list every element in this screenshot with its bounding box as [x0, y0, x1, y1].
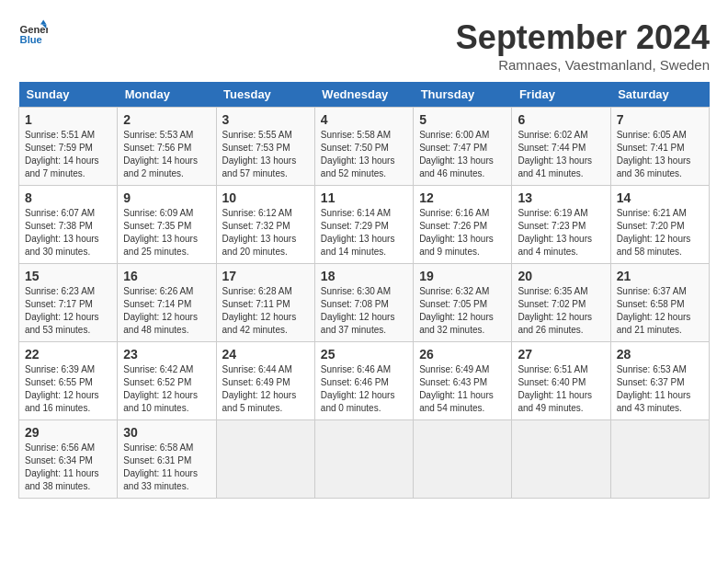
day-number: 16 — [123, 269, 210, 283]
day-number: 5 — [419, 112, 506, 127]
day-number: 27 — [518, 347, 604, 362]
day-info: Sunrise: 6:16 AMSunset: 7:26 PMDaylight:… — [419, 207, 506, 259]
day-number: 14 — [617, 190, 703, 205]
day-cell: 14Sunrise: 6:21 AMSunset: 7:20 PMDayligh… — [610, 186, 709, 264]
day-number: 12 — [419, 190, 506, 205]
day-cell: 30Sunrise: 6:58 AMSunset: 6:31 PMDayligh… — [118, 420, 216, 499]
day-cell: 4Sunrise: 5:58 AMSunset: 7:50 PMDaylight… — [314, 108, 413, 186]
day-cell: 11Sunrise: 6:14 AMSunset: 7:29 PMDayligh… — [314, 186, 413, 264]
day-cell: 2Sunrise: 5:53 AMSunset: 7:56 PMDaylight… — [118, 108, 216, 186]
month-title: September 2024 — [456, 18, 710, 57]
day-number: 23 — [123, 347, 210, 362]
location-subtitle: Ramnaes, Vaestmanland, Sweden — [456, 57, 710, 73]
day-info: Sunrise: 6:39 AMSunset: 6:55 PMDaylight:… — [25, 363, 111, 415]
day-cell: 7Sunrise: 6:05 AMSunset: 7:41 PMDaylight… — [610, 108, 709, 186]
day-info: Sunrise: 6:42 AMSunset: 6:52 PMDaylight:… — [123, 363, 210, 415]
day-cell: 17Sunrise: 6:28 AMSunset: 7:11 PMDayligh… — [216, 264, 314, 342]
day-number: 17 — [222, 269, 309, 283]
day-info: Sunrise: 6:30 AMSunset: 7:08 PMDaylight:… — [321, 285, 407, 337]
day-number: 20 — [518, 269, 604, 283]
header-tuesday: Tuesday — [216, 82, 314, 108]
day-info: Sunrise: 6:07 AMSunset: 7:38 PMDaylight:… — [25, 207, 111, 259]
day-cell — [512, 420, 610, 499]
day-cell: 19Sunrise: 6:32 AMSunset: 7:05 PMDayligh… — [414, 264, 512, 342]
header-friday: Friday — [512, 82, 610, 108]
day-info: Sunrise: 6:26 AMSunset: 7:14 PMDaylight:… — [123, 285, 210, 337]
day-cell: 6Sunrise: 6:02 AMSunset: 7:44 PMDaylight… — [512, 108, 610, 186]
day-number: 24 — [222, 347, 309, 362]
header-row: SundayMondayTuesdayWednesdayThursdayFrid… — [19, 82, 710, 108]
day-cell: 23Sunrise: 6:42 AMSunset: 6:52 PMDayligh… — [118, 342, 216, 420]
day-number: 2 — [123, 112, 210, 127]
day-info: Sunrise: 6:37 AMSunset: 6:58 PMDaylight:… — [617, 285, 703, 337]
day-info: Sunrise: 6:49 AMSunset: 6:43 PMDaylight:… — [419, 363, 506, 415]
day-number: 18 — [321, 269, 407, 283]
header-sunday: Sunday — [19, 82, 118, 108]
day-cell: 26Sunrise: 6:49 AMSunset: 6:43 PMDayligh… — [414, 342, 512, 420]
day-info: Sunrise: 6:09 AMSunset: 7:35 PMDaylight:… — [123, 207, 210, 259]
day-cell: 13Sunrise: 6:19 AMSunset: 7:23 PMDayligh… — [512, 186, 610, 264]
day-number: 7 — [617, 112, 703, 127]
day-cell: 21Sunrise: 6:37 AMSunset: 6:58 PMDayligh… — [610, 264, 709, 342]
day-cell: 28Sunrise: 6:53 AMSunset: 6:37 PMDayligh… — [610, 342, 709, 420]
day-number: 11 — [321, 190, 407, 205]
day-info: Sunrise: 5:58 AMSunset: 7:50 PMDaylight:… — [321, 129, 407, 180]
day-cell: 27Sunrise: 6:51 AMSunset: 6:40 PMDayligh… — [512, 342, 610, 420]
week-row-2: 8Sunrise: 6:07 AMSunset: 7:38 PMDaylight… — [19, 186, 710, 264]
day-cell: 22Sunrise: 6:39 AMSunset: 6:55 PMDayligh… — [19, 342, 118, 420]
header-monday: Monday — [118, 82, 216, 108]
day-cell: 12Sunrise: 6:16 AMSunset: 7:26 PMDayligh… — [414, 186, 512, 264]
day-info: Sunrise: 6:28 AMSunset: 7:11 PMDaylight:… — [222, 285, 309, 337]
week-row-3: 15Sunrise: 6:23 AMSunset: 7:17 PMDayligh… — [19, 264, 710, 342]
day-number: 21 — [617, 269, 703, 283]
svg-text:Blue: Blue — [20, 34, 42, 45]
day-cell: 9Sunrise: 6:09 AMSunset: 7:35 PMDaylight… — [118, 186, 216, 264]
page-header: General Blue September 2024 Ramnaes, Vae… — [18, 18, 710, 73]
day-cell: 16Sunrise: 6:26 AMSunset: 7:14 PMDayligh… — [118, 264, 216, 342]
day-cell — [216, 420, 314, 499]
day-number: 10 — [222, 190, 309, 205]
day-info: Sunrise: 6:46 AMSunset: 6:46 PMDaylight:… — [321, 363, 407, 415]
day-cell: 8Sunrise: 6:07 AMSunset: 7:38 PMDaylight… — [19, 186, 118, 264]
day-number: 13 — [518, 190, 604, 205]
day-cell: 20Sunrise: 6:35 AMSunset: 7:02 PMDayligh… — [512, 264, 610, 342]
day-cell: 15Sunrise: 6:23 AMSunset: 7:17 PMDayligh… — [19, 264, 118, 342]
day-cell — [414, 420, 512, 499]
day-info: Sunrise: 6:44 AMSunset: 6:49 PMDaylight:… — [222, 363, 309, 415]
day-info: Sunrise: 6:32 AMSunset: 7:05 PMDaylight:… — [419, 285, 506, 337]
day-number: 8 — [25, 190, 111, 205]
calendar-body: 1Sunrise: 5:51 AMSunset: 7:59 PMDaylight… — [19, 108, 710, 499]
day-info: Sunrise: 5:55 AMSunset: 7:53 PMDaylight:… — [222, 129, 309, 180]
day-cell — [314, 420, 413, 499]
header-saturday: Saturday — [610, 82, 709, 108]
day-number: 3 — [222, 112, 309, 127]
day-info: Sunrise: 5:53 AMSunset: 7:56 PMDaylight:… — [123, 129, 210, 180]
day-info: Sunrise: 6:23 AMSunset: 7:17 PMDaylight:… — [25, 285, 111, 337]
day-info: Sunrise: 6:21 AMSunset: 7:20 PMDaylight:… — [617, 207, 703, 259]
day-info: Sunrise: 6:05 AMSunset: 7:41 PMDaylight:… — [617, 129, 703, 180]
day-info: Sunrise: 6:35 AMSunset: 7:02 PMDaylight:… — [518, 285, 604, 337]
calendar-table: SundayMondayTuesdayWednesdayThursdayFrid… — [18, 82, 710, 499]
day-cell: 29Sunrise: 6:56 AMSunset: 6:34 PMDayligh… — [19, 420, 118, 499]
day-info: Sunrise: 6:12 AMSunset: 7:32 PMDaylight:… — [222, 207, 309, 259]
calendar-header: SundayMondayTuesdayWednesdayThursdayFrid… — [19, 82, 710, 108]
header-wednesday: Wednesday — [314, 82, 413, 108]
week-row-4: 22Sunrise: 6:39 AMSunset: 6:55 PMDayligh… — [19, 342, 710, 420]
day-cell: 25Sunrise: 6:46 AMSunset: 6:46 PMDayligh… — [314, 342, 413, 420]
day-cell: 3Sunrise: 5:55 AMSunset: 7:53 PMDaylight… — [216, 108, 314, 186]
day-number: 6 — [518, 112, 604, 127]
day-number: 4 — [321, 112, 407, 127]
week-row-5: 29Sunrise: 6:56 AMSunset: 6:34 PMDayligh… — [19, 420, 710, 499]
day-number: 9 — [123, 190, 210, 205]
day-number: 19 — [419, 269, 506, 283]
day-cell: 24Sunrise: 6:44 AMSunset: 6:49 PMDayligh… — [216, 342, 314, 420]
day-number: 28 — [617, 347, 703, 362]
logo-icon: General Blue — [18, 18, 48, 48]
day-number: 29 — [25, 425, 111, 440]
day-info: Sunrise: 6:53 AMSunset: 6:37 PMDaylight:… — [617, 363, 703, 415]
day-cell — [610, 420, 709, 499]
day-number: 1 — [25, 112, 111, 127]
day-info: Sunrise: 6:00 AMSunset: 7:47 PMDaylight:… — [419, 129, 506, 180]
day-info: Sunrise: 5:51 AMSunset: 7:59 PMDaylight:… — [25, 129, 111, 180]
day-cell: 1Sunrise: 5:51 AMSunset: 7:59 PMDaylight… — [19, 108, 118, 186]
